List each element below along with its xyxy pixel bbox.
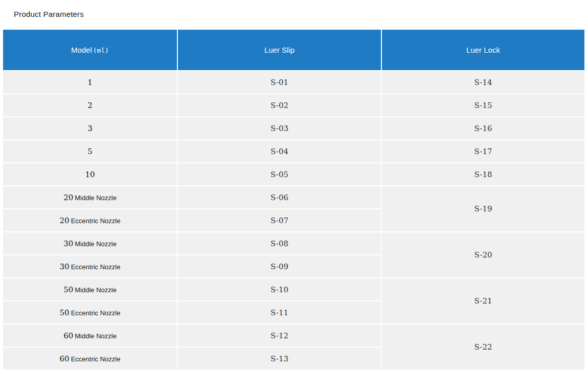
luer-slip-cell: S-03 bbox=[178, 117, 381, 139]
table-row: 50Middle Nozzle S-10 S-21 bbox=[3, 278, 584, 300]
luer-lock-cell-merged: S-22 bbox=[382, 325, 584, 370]
luer-slip-cell: S-10 bbox=[178, 278, 381, 300]
model-cell: 20Middle Nozzle bbox=[3, 186, 177, 208]
nozzle-label: Eccentric Nozzle bbox=[71, 217, 121, 225]
model-cell: 20Eccentric Nozzle bbox=[3, 209, 177, 231]
luer-lock-cell: S-15 bbox=[382, 94, 584, 116]
luer-slip-cell: S-06 bbox=[178, 186, 381, 208]
model-cell: 50Middle Nozzle bbox=[3, 278, 177, 300]
nozzle-label: Middle Nozzle bbox=[75, 194, 117, 202]
nozzle-label: Middle Nozzle bbox=[75, 286, 117, 294]
luer-lock-cell: S-17 bbox=[382, 140, 584, 162]
model-cell: 10 bbox=[3, 163, 177, 185]
page-title: Product Parameters bbox=[14, 10, 84, 18]
model-number: 50 bbox=[63, 285, 73, 294]
table-row: 10 S-05 S-18 bbox=[3, 163, 584, 185]
model-cell: 30Middle Nozzle bbox=[3, 232, 177, 254]
model-cell: 60Middle Nozzle bbox=[3, 325, 177, 347]
luer-lock-cell-merged: S-21 bbox=[382, 278, 584, 323]
model-number: 60 bbox=[63, 331, 73, 340]
luer-lock-cell: S-18 bbox=[382, 163, 584, 185]
luer-slip-cell-highlighted: S-08 bbox=[178, 232, 381, 254]
luer-slip-cell: S-04 bbox=[178, 140, 381, 162]
table-row: 30Middle Nozzle S-08 S-20 bbox=[3, 232, 584, 254]
table-row: 3 S-03 S-16 bbox=[3, 117, 584, 139]
luer-slip-cell: S-05 bbox=[178, 163, 381, 185]
model-number: 20 bbox=[63, 193, 73, 202]
table-row: 20Middle Nozzle S-06 S-19 bbox=[3, 186, 584, 208]
nozzle-label: Eccentric Nozzle bbox=[71, 309, 121, 317]
model-number: 10 bbox=[85, 170, 95, 179]
luer-lock-cell: S-14 bbox=[382, 71, 584, 93]
model-cell: 30Eccentric Nozzle bbox=[3, 255, 177, 277]
model-number: 1 bbox=[87, 78, 93, 87]
luer-slip-cell: S-12 bbox=[178, 325, 381, 347]
model-number: 2 bbox=[87, 101, 93, 110]
model-cell: 1 bbox=[3, 71, 177, 93]
luer-slip-cell: S-01 bbox=[178, 71, 381, 93]
header-cell-luer-lock: Luer Lock bbox=[382, 30, 584, 70]
model-number: 50 bbox=[60, 308, 70, 317]
luer-lock-cell-merged: S-19 bbox=[382, 186, 584, 231]
nozzle-label: Eccentric Nozzle bbox=[71, 263, 121, 271]
header-row: Model(ml) Luer Slip Luer Lock bbox=[3, 30, 584, 70]
model-number: 5 bbox=[87, 147, 93, 156]
model-number: 20 bbox=[60, 216, 70, 225]
product-parameters-table: Model(ml) Luer Slip Luer Lock 1 S-01 S-1… bbox=[2, 29, 585, 371]
luer-slip-cell: S-11 bbox=[178, 301, 381, 323]
model-number: 30 bbox=[60, 262, 70, 271]
luer-lock-cell: S-16 bbox=[382, 117, 584, 139]
nozzle-label: Middle Nozzle bbox=[75, 332, 117, 340]
table-row: 5 S-04 S-17 bbox=[3, 140, 584, 162]
luer-slip-cell: S-09 bbox=[178, 255, 381, 277]
table-row: 60Middle Nozzle S-12 S-22 bbox=[3, 325, 584, 347]
luer-slip-cell: S-02 bbox=[178, 94, 381, 116]
model-cell: 60Eccentric Nozzle bbox=[3, 348, 177, 370]
luer-slip-cell: S-13 bbox=[178, 348, 381, 370]
table-row: 2 S-02 S-15 bbox=[3, 94, 584, 116]
header-cell-luer-slip: Luer Slip bbox=[178, 30, 381, 70]
model-number: 3 bbox=[87, 124, 93, 133]
nozzle-label: Middle Nozzle bbox=[75, 240, 117, 248]
header-model-unit: (ml) bbox=[93, 47, 109, 54]
model-number: 60 bbox=[60, 354, 70, 363]
model-cell: 2 bbox=[3, 94, 177, 116]
model-cell: 50Eccentric Nozzle bbox=[3, 301, 177, 323]
model-cell: 5 bbox=[3, 140, 177, 162]
header-model-label: Model bbox=[71, 46, 92, 54]
nozzle-label: Eccentric Nozzle bbox=[71, 355, 121, 363]
luer-lock-cell-merged: S-20 bbox=[382, 232, 584, 277]
table-row: 1 S-01 S-14 bbox=[3, 71, 584, 93]
model-cell: 3 bbox=[3, 117, 177, 139]
luer-slip-cell: S-07 bbox=[178, 209, 381, 231]
header-cell-model: Model(ml) bbox=[3, 30, 177, 70]
model-number: 30 bbox=[63, 239, 73, 248]
